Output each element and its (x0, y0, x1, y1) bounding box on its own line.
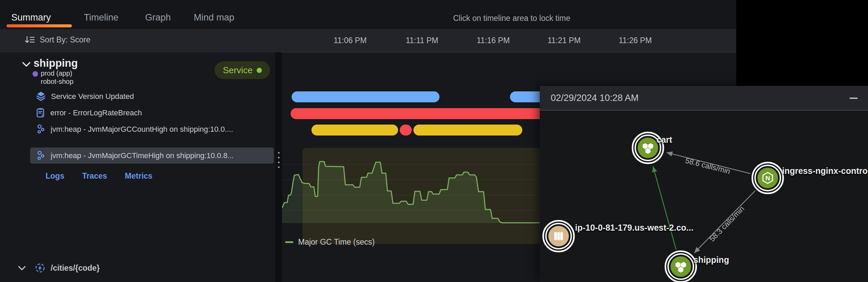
chevron-down-icon[interactable] (22, 62, 31, 67)
service-badge-label: Service (223, 65, 253, 76)
telemetry-links: Logs Traces Metrics (46, 171, 152, 181)
map-node-shipping[interactable] (665, 251, 696, 282)
overlay-timestamp: 02/29/2024 10:28 AM (551, 93, 639, 103)
endpoint-row[interactable]: /cities/{code} (0, 260, 274, 275)
timeline-bar-errors[interactable] (291, 108, 540, 119)
metrics-link[interactable]: Metrics (125, 171, 153, 181)
time-tick: 11:11 PM (400, 36, 444, 45)
layers-icon (36, 91, 46, 101)
drag-dot (278, 162, 280, 163)
log-clipboard-icon (36, 108, 45, 118)
edge-throughput-label: 58.6 calls/min (685, 156, 731, 176)
tab-timeline[interactable]: Timeline (84, 12, 118, 23)
event-row-gc-count[interactable]: jvm:heap - JvmMajorGCCountHigh on shippi… (30, 121, 274, 137)
event-label: jvm:heap - JvmMajorGCCountHigh on shippi… (51, 125, 233, 134)
latency-clock-icon (35, 263, 45, 273)
event-label: error - ErrorLogRateBreach (50, 108, 142, 117)
service-type-badge: Service (215, 61, 270, 79)
timeline-bar-deployments[interactable] (292, 91, 439, 102)
chart-legend: Major GC Time (secs) (285, 238, 375, 247)
sort-by-label: Sort By: Score (40, 35, 90, 44)
timeline-bar-warnings[interactable] (413, 125, 522, 136)
event-label: Service Version Updated (51, 92, 134, 101)
drag-dot (278, 157, 280, 158)
tab-bar: Summary Timeline Graph Mind map Click on… (0, 0, 736, 29)
app-root: Summary Timeline Graph Mind map Click on… (0, 0, 868, 282)
timeline-lock-hint: Click on timeline area to lock time (436, 14, 587, 23)
endpoint-label: /cities/{code} (51, 264, 100, 273)
timeline-bar-warnings[interactable] (400, 125, 412, 136)
map-node-label: cart (656, 135, 673, 144)
time-tick: 11:16 PM (471, 36, 515, 45)
event-row-version[interactable]: Service Version Updated (30, 88, 274, 104)
tab-mind-map[interactable]: Mind map (194, 12, 234, 23)
event-row-errorlog[interactable]: error - ErrorLogRateBreach (30, 105, 274, 121)
map-node-label: shipping (693, 255, 729, 265)
event-row-gc-time[interactable]: jvm:heap - JvmMajorGCTimeHigh on shippin… (30, 148, 274, 164)
map-node-label: ip-10-0-81-179.us-west-2.co... (575, 223, 693, 232)
chevron-down-icon[interactable] (18, 266, 26, 271)
environment-label: prod (app) (41, 69, 72, 77)
legend-series-label: Major GC Time (secs) (298, 238, 375, 247)
namespace-label: robot-shop (41, 78, 74, 86)
service-map-overlay: 02/29/2024 10:28 AM 58.6 calls/min58.3 c… (540, 86, 868, 282)
topology-icon (36, 151, 45, 161)
minimize-icon[interactable] (850, 98, 858, 99)
sort-by-control[interactable]: Sort By: Score (25, 35, 90, 44)
empty-corner (736, 0, 868, 87)
traces-link[interactable]: Traces (82, 171, 107, 181)
map-node-ip-10-0-81-179.us-west-2.co...[interactable] (543, 221, 574, 252)
time-tick: 11:06 PM (328, 36, 372, 45)
timeline-header: Sort By: Score 11:06 PM 11:11 PM 11:16 P… (0, 29, 736, 53)
sort-icon (25, 36, 35, 44)
service-name[interactable]: shipping (34, 57, 78, 69)
logs-link[interactable]: Logs (46, 171, 64, 181)
drag-dot (278, 152, 280, 154)
overlay-header[interactable]: 02/29/2024 10:28 AM (540, 86, 868, 111)
topology-icon (36, 124, 45, 134)
service-map: 58.6 calls/min58.3 calls/mincartNingress… (540, 111, 868, 282)
time-tick: 11:26 PM (613, 36, 658, 45)
edge-throughput-label: 58.3 calls/min (707, 204, 746, 243)
svg-text:N: N (765, 175, 770, 182)
environment-dot (33, 71, 38, 77)
event-label: jvm:heap - JvmMajorGCTimeHigh on shippin… (51, 151, 234, 160)
active-tab-underline (7, 24, 72, 27)
timeline-bar-deployments[interactable] (510, 91, 540, 102)
map-node-ingress-nginx-controller[interactable]: N (752, 163, 783, 193)
tab-graph[interactable]: Graph (145, 12, 171, 23)
service-list-panel: shipping Service prod (app) robot-shop S… (0, 52, 275, 282)
time-tick: 11:21 PM (542, 36, 586, 45)
gc-time-area-chart[interactable] (282, 144, 540, 246)
legend-series-swatch (285, 241, 293, 243)
timeline-bar-warnings[interactable] (311, 125, 398, 136)
tab-summary[interactable]: Summary (11, 12, 51, 23)
panel-resize-handle[interactable] (275, 52, 282, 282)
drag-dot (278, 166, 280, 168)
service-health-dot (257, 68, 262, 73)
service-map-canvas[interactable]: 58.6 calls/min58.3 calls/mincartNingress… (540, 111, 868, 282)
map-node-label: ingress-nginx-controller (782, 166, 868, 176)
